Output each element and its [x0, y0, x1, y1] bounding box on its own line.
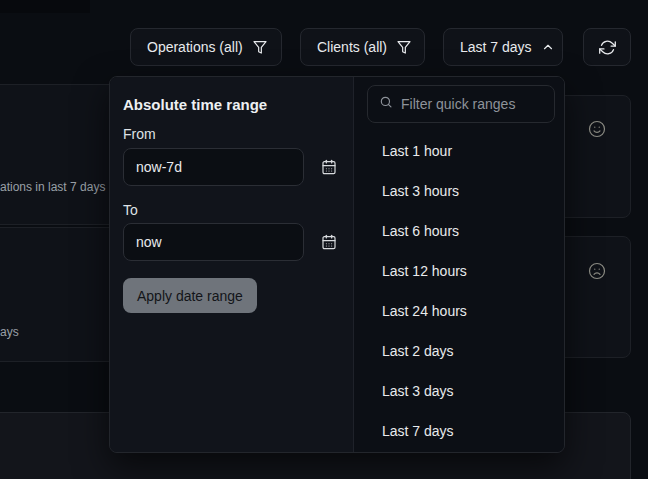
frown-face-icon [588, 262, 606, 284]
card-caption-fragment: ations in last 7 days [0, 180, 105, 194]
refresh-icon [599, 39, 616, 56]
from-label: From [123, 126, 156, 142]
to-label: To [123, 202, 138, 218]
quick-range-option[interactable]: Last 6 hours [354, 211, 564, 251]
quick-range-option[interactable]: Last 3 days [354, 371, 564, 411]
quick-range-option[interactable]: Last 1 hour [354, 131, 564, 171]
time-range-picker-button[interactable]: Last 7 days [443, 28, 563, 66]
quick-range-option[interactable]: Last 24 hours [354, 291, 564, 331]
dashboard-screen: ations in last 7 days ays Operations (al… [0, 0, 648, 479]
funnel-icon [252, 39, 268, 55]
quick-range-option[interactable]: Last 12 hours [354, 251, 564, 291]
smiley-face-icon [588, 120, 606, 142]
absolute-time-range-panel: Absolute time range From To [110, 77, 354, 452]
clients-filter-button[interactable]: Clients (all) [300, 28, 425, 66]
clients-filter-label: Clients (all) [317, 39, 387, 55]
refresh-button[interactable] [583, 28, 631, 66]
time-range-label: Last 7 days [460, 39, 532, 55]
quick-ranges-panel: Last 1 hour Last 3 hours Last 6 hours La… [354, 77, 564, 452]
to-input[interactable] [123, 223, 304, 261]
quick-range-option[interactable]: Last 7 days [354, 411, 564, 451]
time-range-dropdown: Absolute time range From To [109, 76, 565, 453]
quick-range-filter-input[interactable] [401, 96, 543, 112]
calendar-icon[interactable] [316, 229, 342, 255]
apply-date-range-button[interactable]: Apply date range [123, 278, 257, 313]
quick-range-search[interactable] [367, 85, 555, 123]
quick-range-option[interactable]: Last 3 hours [354, 171, 564, 211]
from-input[interactable] [123, 148, 304, 186]
quick-range-list: Last 1 hour Last 3 hours Last 6 hours La… [354, 131, 564, 451]
funnel-icon [396, 39, 412, 55]
operations-filter-label: Operations (all) [147, 39, 243, 55]
calendar-icon[interactable] [316, 154, 342, 180]
absolute-time-range-title: Absolute time range [123, 96, 267, 113]
chevron-up-icon [541, 40, 555, 54]
card-caption-fragment: ays [0, 325, 19, 339]
search-icon [379, 95, 393, 113]
operations-filter-button[interactable]: Operations (all) [130, 28, 282, 66]
quick-range-option[interactable]: Last 2 days [354, 331, 564, 371]
top-left-strip [0, 0, 90, 13]
